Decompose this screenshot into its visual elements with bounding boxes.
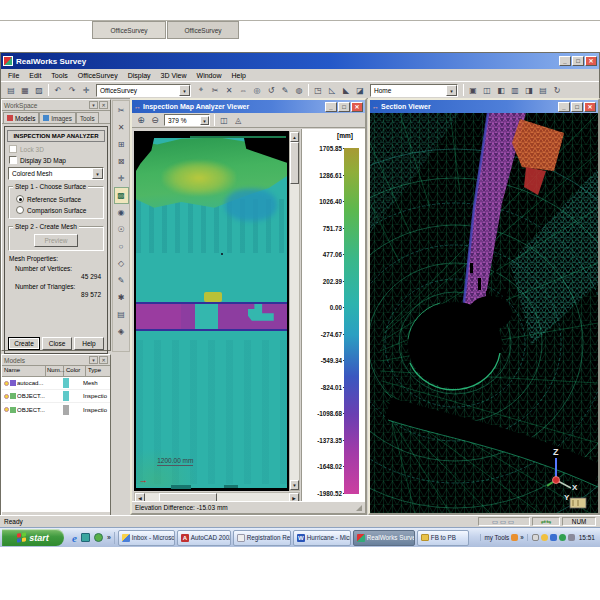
start-button[interactable]: start [2, 529, 64, 546]
taskbar-task-realworks[interactable]: RealWorks Survey [353, 530, 415, 546]
section-3d-view[interactable]: Z X Y [370, 113, 598, 513]
menu-display[interactable]: Display [123, 71, 156, 80]
side-circle-icon[interactable]: ○ [114, 238, 129, 255]
chevron-right-icon[interactable]: » [107, 534, 111, 541]
tab-tools[interactable]: Tools [76, 112, 99, 123]
edit-icon[interactable]: ✎ [278, 84, 292, 97]
side-layers-icon[interactable]: ▤ [114, 306, 129, 323]
chevron-down-icon[interactable]: ▾ [179, 85, 190, 96]
resize-grip-icon[interactable] [356, 505, 362, 511]
lock3d-checkbox[interactable] [9, 145, 17, 153]
mesh-type-select[interactable]: Colored Mesh ▾ [8, 167, 104, 180]
home-combo[interactable]: Home ▾ [370, 84, 458, 97]
taskbar-task-fbtopb[interactable]: FB to PB [417, 530, 469, 546]
taskbar-task-registration[interactable]: Registration Rep... [233, 530, 291, 546]
map-vertical-scrollbar[interactable]: ▲ ▼ [289, 131, 300, 491]
mytools-label[interactable]: my Tools [484, 534, 509, 541]
menu-help[interactable]: Help [226, 71, 250, 80]
table-row[interactable]: OBJECT... Inspectio [2, 403, 110, 416]
chevron-right-icon[interactable]: » [520, 534, 524, 541]
cut-icon[interactable]: ✂ [208, 84, 222, 97]
close-button[interactable]: ✕ [585, 56, 597, 66]
display3dmap-checkbox[interactable] [9, 156, 17, 164]
tab-images[interactable]: Images [39, 112, 76, 123]
zoom-in-icon[interactable]: ⊕ [134, 114, 148, 127]
taskbar-task-inbox[interactable]: Inbox - Microsof... [118, 530, 175, 546]
create-button[interactable]: Create [8, 337, 40, 350]
close-button[interactable]: Close [42, 337, 72, 350]
close-icon[interactable]: ✕ [99, 356, 108, 364]
taskbar-task-autocad[interactable]: A AutoCAD 2002 [177, 530, 231, 546]
inspection-titlebar[interactable]: ↔ Inspection Map Analyzer Viewer _ □ ✕ [132, 100, 365, 113]
window-list-icon[interactable]: ▤ [536, 84, 550, 97]
target-icon[interactable]: ⌖ [194, 84, 208, 97]
bulb-icon[interactable] [4, 381, 9, 386]
center-icon[interactable]: ◎ [250, 84, 264, 97]
side-pencil-icon[interactable]: ✎ [114, 272, 129, 289]
refresh-icon[interactable]: ↺ [264, 84, 278, 97]
view-shade-icon[interactable]: ◪ [353, 84, 367, 97]
main-titlebar[interactable]: RealWorks Survey _ □ ✕ [1, 53, 599, 69]
col-type[interactable]: Type [86, 366, 110, 376]
menu-file[interactable]: File [3, 71, 24, 80]
side-cut-icon[interactable]: ✂ [114, 102, 129, 119]
side-diamond-icon[interactable]: ◇ [114, 255, 129, 272]
view-corner-icon[interactable]: ◳ [311, 84, 325, 97]
maximize-button[interactable]: □ [338, 102, 350, 112]
tab-models[interactable]: Models [3, 112, 39, 123]
side-eye-icon[interactable]: ◉ [114, 204, 129, 221]
section-titlebar[interactable]: ↔ Section Viewer _ □ ✕ [370, 100, 598, 113]
workspace-panel-titlebar[interactable]: WorkSpace ▾ ✕ [2, 100, 110, 111]
show-desktop-icon[interactable] [81, 533, 90, 542]
menu-officesurvey[interactable]: OfficeSurvey [73, 71, 123, 80]
render-icon[interactable]: ◍ [292, 84, 306, 97]
tray-icon-5[interactable] [568, 534, 575, 541]
window-split-icon[interactable]: ◨ [522, 84, 536, 97]
view-iso-icon[interactable]: ◺ [325, 84, 339, 97]
pin-icon[interactable]: ▾ [89, 101, 98, 109]
taskbar-task-hurricane[interactable]: W Hurricane - Micro... [293, 530, 351, 546]
scroll-down-icon[interactable]: ▼ [290, 480, 299, 490]
maximize-button[interactable]: □ [572, 56, 584, 66]
top-tab-officesurvey-2[interactable]: OfficeSurvey [167, 21, 239, 39]
bulb-icon[interactable] [4, 407, 9, 412]
print-icon[interactable]: ▨ [32, 84, 46, 97]
inspection-map-canvas[interactable]: 1200.00 mm → [134, 131, 289, 491]
media-icon[interactable] [94, 533, 103, 542]
maximize-button[interactable]: □ [571, 102, 583, 112]
undo-icon[interactable]: ↶ [51, 84, 65, 97]
col-color[interactable]: Color [64, 366, 86, 376]
preview-button[interactable]: Preview [34, 234, 78, 247]
bulb-icon[interactable] [4, 394, 9, 399]
side-star-icon[interactable]: ✱ [114, 289, 129, 306]
window-tile-v-icon[interactable]: ◧ [494, 84, 508, 97]
scrollbar-thumb[interactable] [290, 142, 299, 184]
table-row[interactable]: OBJECT... Inspectio [2, 390, 110, 403]
models-panel-titlebar[interactable]: Models ▾ ✕ [2, 355, 110, 366]
comparison-surface-radio[interactable] [16, 206, 24, 214]
tray-icon-3[interactable] [550, 534, 557, 541]
sync-icon[interactable]: ↻ [550, 84, 564, 97]
map-layers-icon[interactable]: ◬ [231, 114, 245, 127]
side-delete-icon[interactable]: ✕ [114, 119, 129, 136]
help-button[interactable]: Help [74, 337, 104, 350]
close-button[interactable]: ✕ [351, 102, 363, 112]
chevron-down-icon[interactable]: ▾ [92, 168, 103, 179]
tray-icon-2[interactable] [541, 534, 548, 541]
minimize-button[interactable]: _ [325, 102, 337, 112]
menu-edit[interactable]: Edit [24, 71, 46, 80]
view-side-icon[interactable]: ◣ [339, 84, 353, 97]
zoom-out-icon[interactable]: ⊖ [148, 114, 162, 127]
top-tab-officesurvey-1[interactable]: OfficeSurvey [92, 21, 166, 39]
menu-3dview[interactable]: 3D View [156, 71, 192, 80]
reference-surface-radio[interactable] [16, 195, 24, 203]
pin-icon[interactable]: ▾ [89, 356, 98, 364]
tray-icon-4[interactable] [559, 534, 566, 541]
save-icon[interactable]: ▦ [18, 84, 32, 97]
scroll-up-icon[interactable]: ▲ [290, 132, 299, 142]
window-new-icon[interactable]: ▣ [466, 84, 480, 97]
menu-window[interactable]: Window [192, 71, 227, 80]
redo-icon[interactable]: ↷ [65, 84, 79, 97]
side-add-icon[interactable]: ⊞ [114, 136, 129, 153]
open-icon[interactable]: ▤ [4, 84, 18, 97]
